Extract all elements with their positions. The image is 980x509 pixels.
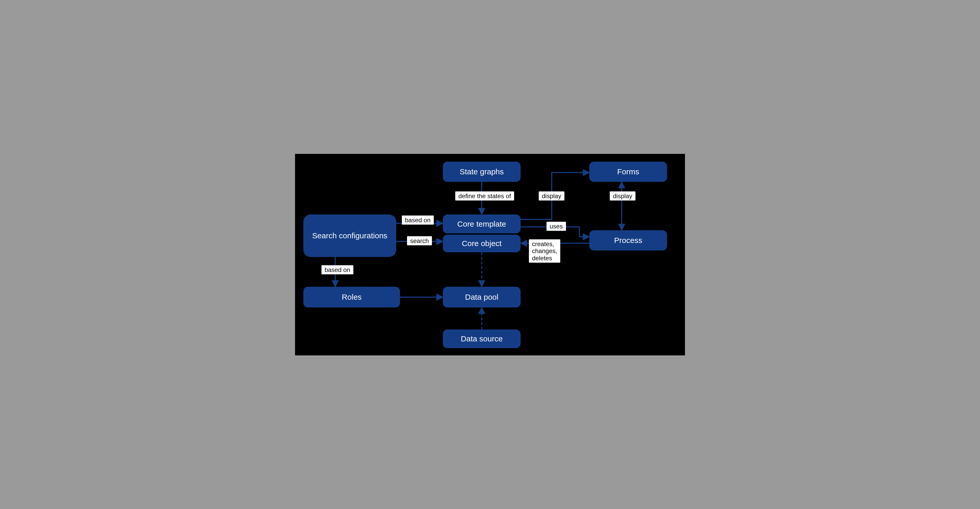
- node-label: Core template: [457, 220, 506, 228]
- node-search-configurations: Search configurations: [303, 214, 396, 257]
- edge-label-based-on-roles: based on: [321, 265, 353, 274]
- edge-label-uses: uses: [547, 222, 566, 231]
- node-label: Roles: [342, 293, 362, 301]
- diagram-canvas: State graphs Forms Search configurations…: [295, 154, 685, 355]
- edge-label-creates-changes-deletes: creates, changes, deletes: [529, 239, 560, 263]
- node-process: Process: [589, 230, 667, 251]
- node-label: Data pool: [465, 293, 498, 301]
- node-label: Process: [614, 236, 642, 244]
- node-roles: Roles: [303, 287, 400, 308]
- edge-label-search: search: [407, 236, 432, 246]
- node-label: Forms: [617, 167, 640, 176]
- diagram-frame: State graphs Forms Search configurations…: [294, 153, 686, 357]
- edge-label-based-on-top: based on: [402, 216, 434, 225]
- node-label: Core object: [462, 239, 501, 247]
- node-data-pool: Data pool: [443, 287, 520, 308]
- edge-label-display-process-forms: display: [610, 192, 635, 201]
- node-state-graphs: State graphs: [443, 162, 520, 182]
- node-label: Search configurations: [312, 232, 387, 240]
- edge-label-display-template-forms: display: [539, 192, 565, 201]
- node-forms: Forms: [589, 162, 667, 182]
- edge-label-define-states: define the states of: [455, 192, 514, 201]
- node-data-source: Data source: [443, 330, 520, 348]
- node-label: State graphs: [460, 167, 504, 176]
- node-label: Data source: [461, 335, 503, 343]
- node-core-object: Core object: [443, 235, 520, 252]
- node-core-template: Core template: [443, 214, 520, 233]
